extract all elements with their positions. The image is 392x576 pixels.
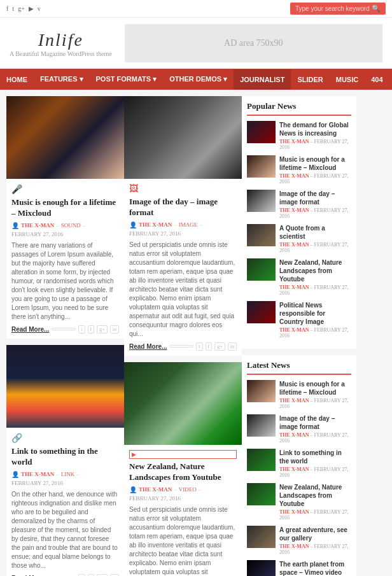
news-title-4: A Quote from a scientist (279, 224, 351, 241)
left-column: 🎤 Music is enough for a lifetime – Mixcl… (6, 96, 124, 576)
linkedin-share-imgday[interactable]: in (228, 342, 237, 351)
article-meta-music: 👤 THE X-MAN – SOUND – FEBRUARY 27, 2016 (11, 222, 119, 237)
author-imgday: THE X-MAN (139, 221, 172, 228)
author-icon-nz: 👤 (129, 486, 137, 493)
article-link-world: 🔗 Link to something in the world 👤 THE X… (6, 345, 124, 576)
author-icon-link: 👤 (11, 471, 19, 478)
popular-news-title: Popular News (247, 101, 351, 116)
news-meta-5: THE X-MAN – FEBRUARY 27, 2016 (279, 284, 351, 296)
nav-other-demos[interactable]: OTHER DEMOS ▾ (163, 69, 234, 90)
latest-thumb-1 (247, 380, 276, 402)
article-text-link: On the other hand, we denounce with righ… (11, 490, 119, 570)
logo: Inlife A Beautiful Magazine WordPress th… (10, 30, 112, 57)
news-thumb-4 (247, 224, 276, 246)
news-text-2: Music is enough for a lifetime – Mixclou… (279, 155, 351, 185)
linkedin-share-link[interactable]: in (110, 574, 119, 576)
news-thumb-5 (247, 258, 276, 281)
twitter-icon[interactable]: t (12, 5, 14, 12)
search-input[interactable] (295, 5, 372, 12)
header-ad: AD area 750x90 (125, 24, 382, 62)
latest-news-item-3: Link to something in the world THE X-MAN… (247, 449, 351, 478)
video-icon-nz: ▶ (129, 450, 237, 459)
news-meta-3: THE X-MAN – FEBRUARY 27, 2016 (279, 207, 351, 219)
latest-thumb-5 (247, 526, 276, 548)
article-title-imgday: Image of the day – image format (129, 197, 237, 218)
twitter-share[interactable]: t (78, 325, 85, 334)
news-thumb-6 (247, 301, 276, 323)
latest-text-2: Image of the day – image format THE X-MA… (279, 414, 351, 444)
article-content-music: 🎤 Music is enough for a lifetime – Mixcl… (6, 179, 124, 339)
news-title-6: Political News responsible for Country I… (279, 301, 351, 326)
date-imgday: FEBRUARY 27, 2016 (129, 230, 181, 237)
latest-text-6: The earth planet from space – Vimeo vide… (279, 560, 351, 576)
author-icon-imgday: 👤 (129, 221, 137, 228)
article-content-link: 🔗 Link to something in the world 👤 THE X… (6, 428, 124, 576)
facebook-share-link[interactable]: f (88, 574, 95, 576)
latest-news-item-2: Image of the day – image format THE X-MA… (247, 414, 351, 444)
latest-title-2: Image of the day – image format (279, 414, 351, 431)
latest-thumb-4 (247, 483, 276, 505)
latest-thumb-6 (247, 560, 276, 576)
nav-slider[interactable]: SLIDER (291, 69, 329, 90)
googleplus-share[interactable]: g+ (97, 325, 108, 334)
author-link: THE X-MAN (21, 471, 54, 477)
article-text-nz: Sed ut perspiciatis unde omnis iste natu… (129, 505, 237, 576)
facebook-icon[interactable]: f (6, 5, 8, 12)
article-meta-nz: 👤 THE X-MAN – VIDEO – FEBRUARY 27, 2016 (129, 486, 237, 502)
nav-post-formats[interactable]: POST FORMATS ▾ (90, 69, 164, 90)
read-more-imgday[interactable]: Read More... (129, 343, 167, 350)
latest-news-item-5: A great adventure, see our gallery THE X… (247, 526, 351, 555)
youtube-icon[interactable]: ▶ (29, 5, 34, 12)
twitter-share-imgday[interactable]: t (196, 342, 202, 351)
article-nz-landscapes: ▶ New Zealand, Nature Landscapes from Yo… (124, 362, 242, 576)
popular-news-item-3: Image of the day – image format THE X-MA… (247, 190, 351, 219)
article-meta-link: 👤 THE X-MAN – LINK – FEBRUARY 27, 2016 (11, 471, 119, 486)
latest-meta-3: THE X-MAN – FEBRUARY 27, 2016 (279, 467, 351, 478)
latest-meta-1: THE X-MAN – FEBRUARY 27, 2016 (279, 398, 351, 409)
date-music: FEBRUARY 27, 2016 (11, 231, 63, 237)
latest-news-title: Latest News (247, 360, 351, 375)
latest-meta-2: THE X-MAN – FEBRUARY 27, 2016 (279, 432, 351, 444)
nav-music[interactable]: MUSIC (330, 69, 365, 90)
author-icon-music: 👤 (11, 222, 19, 229)
news-thumb-1 (247, 121, 276, 143)
date-link: FEBRUARY 27, 2016 (11, 480, 63, 486)
latest-thumb-2 (247, 414, 276, 437)
article-image-day: 🖼 Image of the day – image format 👤 THE … (124, 96, 242, 356)
news-thumb-2 (247, 155, 276, 178)
cat-imgday: IMAGE (179, 221, 198, 228)
nav-journalist[interactable]: JOURNALIST (234, 69, 291, 90)
twitter-share-link[interactable]: t (78, 574, 85, 576)
article-title-link: Link to something in the world (11, 446, 119, 468)
article-music-mixcloud: 🎤 Music is enough for a lifetime – Mixcl… (6, 96, 124, 339)
popular-news-item-5: New Zealand, Nature Landscapes from Yout… (247, 258, 351, 296)
search-icon: 🔍 (372, 4, 381, 13)
latest-meta-5: THE X-MAN – FEBRUARY 27, 2016 (279, 544, 351, 555)
vimeo-icon[interactable]: v (38, 5, 41, 12)
cat-link: LINK (61, 471, 75, 477)
article-image-imgday (124, 96, 242, 179)
latest-news-item-6: The earth planet from space – Vimeo vide… (247, 560, 351, 576)
search-bar[interactable]: 🔍 (290, 3, 386, 15)
news-text-4: A Quote from a scientist THE X-MAN – FEB… (279, 224, 351, 253)
linkedin-share[interactable]: in (110, 325, 119, 334)
googleplus-share-link[interactable]: g+ (97, 574, 108, 576)
article-image-music (6, 96, 124, 179)
main-container: 🎤 Music is enough for a lifetime – Mixcl… (0, 90, 392, 576)
facebook-share-imgday[interactable]: f (206, 342, 213, 351)
popular-news-item-1: The demand for Global News is increasing… (247, 121, 351, 150)
latest-news-item-4: New Zealand, Nature Landscapes from Yout… (247, 483, 351, 521)
googleplus-icon[interactable]: g+ (18, 5, 25, 12)
news-meta-4: THE X-MAN – FEBRUARY 27, 2016 (279, 242, 351, 253)
news-meta-1: THE X-MAN – FEBRUARY 27, 2016 (279, 139, 351, 150)
latest-title-1: Music is enough for a lifetime – Mixclou… (279, 380, 351, 397)
nav-features[interactable]: FEATURES ▾ (34, 69, 90, 90)
link-icon: 🔗 (11, 433, 119, 444)
nav-404[interactable]: 404 (365, 69, 389, 90)
article-image-nz (124, 362, 242, 445)
nav-home[interactable]: HOME (0, 69, 34, 90)
facebook-share[interactable]: f (88, 325, 95, 334)
googleplus-share-imgday[interactable]: g+ (214, 342, 225, 351)
popular-news-section: Popular News The demand for Global News … (242, 96, 356, 349)
read-more-music[interactable]: Read More... (11, 326, 49, 333)
